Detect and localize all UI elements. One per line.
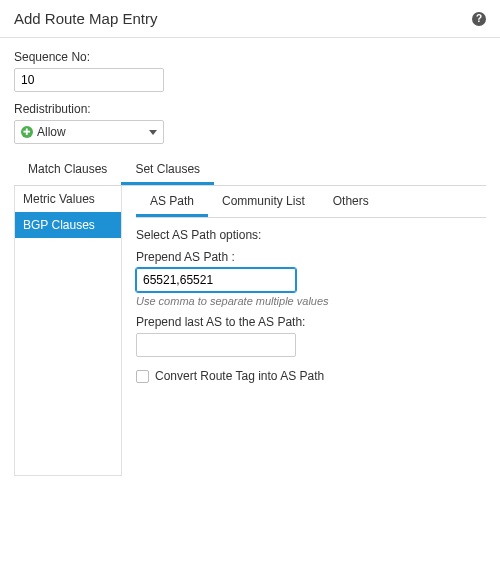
tab-match-clauses[interactable]: Match Clauses	[14, 154, 121, 185]
help-icon[interactable]: ?	[472, 12, 486, 26]
subtab-community-list[interactable]: Community List	[208, 186, 319, 217]
redistribution-value: Allow	[37, 125, 66, 139]
prepend-last-as-field: Prepend last AS to the AS Path:	[136, 315, 486, 357]
sidebar-item-bgp-clauses[interactable]: BGP Clauses	[15, 212, 121, 238]
sequence-field: Sequence No:	[14, 50, 486, 92]
redistribution-field: Redistribution: ✚ Allow	[14, 102, 486, 144]
prepend-as-path-label: Prepend AS Path :	[136, 250, 486, 264]
redistribution-select[interactable]: ✚ Allow	[14, 120, 164, 144]
prepend-as-path-field: Prepend AS Path : Use comma to separate …	[136, 250, 486, 307]
sequence-label: Sequence No:	[14, 50, 486, 64]
subtab-as-path[interactable]: AS Path	[136, 186, 208, 217]
subtab-others[interactable]: Others	[319, 186, 383, 217]
prepend-as-path-input[interactable]	[136, 268, 296, 292]
convert-route-tag-label: Convert Route Tag into AS Path	[155, 369, 324, 383]
dialog: Add Route Map Entry ? Sequence No: Redis…	[0, 0, 500, 585]
as-path-panel: Select AS Path options: Prepend AS Path …	[136, 218, 486, 383]
content-panel: AS Path Community List Others Select AS …	[122, 186, 486, 476]
allow-icon: ✚	[21, 126, 33, 138]
side-nav: Metric Values BGP Clauses	[14, 186, 122, 476]
convert-route-tag-checkbox[interactable]	[136, 370, 149, 383]
sub-tabs: AS Path Community List Others	[136, 186, 486, 218]
set-clauses-panel: Metric Values BGP Clauses AS Path Commun…	[14, 186, 486, 476]
dialog-body: Sequence No: Redistribution: ✚ Allow Mat…	[0, 38, 500, 476]
as-path-heading: Select AS Path options:	[136, 228, 486, 242]
prepend-as-path-hint: Use comma to separate multiple values	[136, 295, 486, 307]
tab-set-clauses[interactable]: Set Clauses	[121, 154, 214, 185]
sequence-input[interactable]	[14, 68, 164, 92]
sidebar-item-metric-values[interactable]: Metric Values	[15, 186, 121, 212]
dialog-title: Add Route Map Entry	[14, 10, 157, 27]
convert-route-tag-row: Convert Route Tag into AS Path	[136, 369, 486, 383]
prepend-last-as-input[interactable]	[136, 333, 296, 357]
main-tabs: Match Clauses Set Clauses	[14, 154, 486, 186]
chevron-down-icon	[149, 130, 157, 135]
dialog-header: Add Route Map Entry ?	[0, 0, 500, 37]
redistribution-label: Redistribution:	[14, 102, 486, 116]
prepend-last-as-label: Prepend last AS to the AS Path:	[136, 315, 486, 329]
